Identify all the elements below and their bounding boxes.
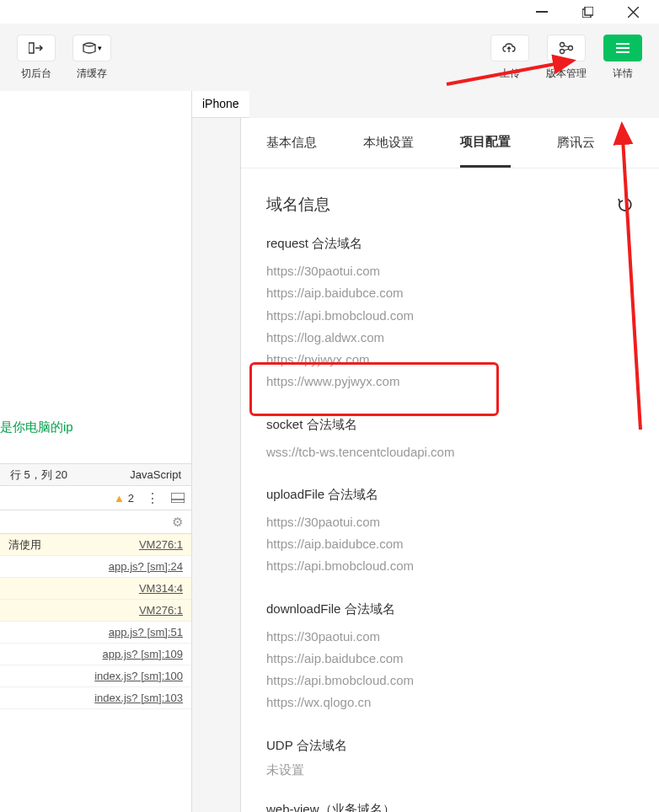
clear-cache-label: 清缓存	[77, 67, 107, 81]
console-row[interactable]: index.js? [sm]:103	[0, 687, 191, 709]
tab-3[interactable]: 腾讯云	[557, 120, 595, 166]
version-button[interactable]	[547, 35, 586, 61]
language-mode[interactable]: JavaScript	[130, 468, 181, 481]
console-row[interactable]: app.js? [sm]:109	[0, 644, 191, 665]
domain-url: https://wx.qlogo.cn	[266, 692, 634, 713]
svg-rect-2	[585, 7, 593, 15]
ip-hint-text: 是你电脑的ip	[0, 419, 73, 435]
panel-icon[interactable]	[171, 493, 185, 503]
domain-url: https://www.pyjwyx.com	[266, 371, 634, 393]
upload-button[interactable]	[490, 35, 529, 61]
gear-icon[interactable]: ⚙	[172, 515, 183, 530]
console-row[interactable]: index.js? [sm]:100	[0, 665, 191, 687]
detail-button[interactable]	[603, 35, 642, 61]
more-icon[interactable]: ⋮	[146, 490, 159, 506]
window-titlebar	[0, 0, 659, 24]
unset-text: 未设置	[266, 762, 634, 778]
section-title: 域名信息	[266, 194, 330, 216]
clear-cache-button[interactable]: ▾	[72, 35, 111, 61]
domain-url: https://aip.baidubce.com	[266, 533, 634, 555]
version-label: 版本管理	[546, 67, 587, 81]
domain-url: https://aip.baidubce.com	[266, 282, 634, 304]
domain-url: https://aip.baidubce.com	[266, 648, 634, 670]
refresh-icon[interactable]	[617, 196, 634, 213]
console-row[interactable]: VM276:1	[0, 600, 191, 622]
domain-url: https://api.bmobcloud.com	[266, 305, 634, 327]
domain-url: wss://tcb-ws.tencentcloudapi.com	[266, 441, 634, 463]
close-button[interactable]	[627, 6, 639, 18]
console-header: ▲2 ⋮	[0, 485, 191, 510]
console-row[interactable]: app.js? [sm]:51	[0, 622, 191, 644]
panel-tabs: 基本信息本地设置项目配置腾讯云	[241, 118, 659, 168]
console-row[interactable]: 清使用VM276:1	[0, 534, 191, 556]
svg-rect-12	[171, 493, 185, 503]
cut-background-button[interactable]	[17, 35, 56, 61]
svg-point-7	[560, 49, 565, 53]
svg-point-8	[569, 45, 573, 50]
console-row[interactable]: VM314:4	[0, 578, 191, 600]
cut-background-label: 切后台	[21, 67, 51, 81]
tab-2[interactable]: 项目配置	[460, 119, 511, 168]
group-title: web-view（业务域名）	[266, 802, 634, 813]
minimize-button[interactable]	[536, 6, 548, 18]
upload-label: 上传	[500, 67, 520, 81]
domain-url: https://30paotui.com	[266, 511, 634, 533]
group-title: request 合法域名	[266, 236, 634, 252]
device-selector[interactable]: iPhone	[192, 91, 249, 118]
domain-url: https://30paotui.com	[266, 626, 634, 648]
editor-panel: iPhone 是你电脑的ip 行 5，列 20 JavaScript ▲2 ⋮ …	[0, 91, 192, 812]
group-title: uploadFile 合法域名	[266, 487, 634, 503]
group-title: socket 合法域名	[266, 417, 634, 433]
svg-rect-0	[536, 11, 548, 13]
cursor-position: 行 5，列 20	[10, 467, 67, 483]
svg-point-6	[560, 42, 565, 46]
console-row[interactable]: app.js? [sm]:24	[0, 556, 191, 578]
status-bar: 行 5，列 20 JavaScript	[0, 463, 191, 485]
warning-badge[interactable]: ▲2	[114, 492, 134, 505]
domain-url: https://api.bmobcloud.com	[266, 670, 634, 692]
domain-url: https://log.aldwx.com	[266, 327, 634, 349]
detail-label: 详情	[613, 67, 633, 81]
group-title: UDP 合法域名	[266, 738, 634, 754]
domain-url: https://30paotui.com	[266, 260, 634, 282]
toolbar: 切后台 ▾ 清缓存 上传 版本管理 详情	[0, 24, 659, 91]
domain-url: https://api.bmobcloud.com	[266, 555, 634, 577]
domain-url: https://pyjwyx.com	[266, 349, 634, 371]
detail-panel: 基本信息本地设置项目配置腾讯云 域名信息 request 合法域名https:/…	[240, 118, 659, 812]
tab-0[interactable]: 基本信息	[266, 120, 317, 166]
group-title: downloadFile 合法域名	[266, 601, 634, 617]
svg-rect-5	[29, 43, 34, 53]
maximize-button[interactable]	[581, 6, 593, 18]
tab-1[interactable]: 本地设置	[363, 120, 414, 166]
console-output: 清使用VM276:1app.js? [sm]:24VM314:4VM276:1a…	[0, 534, 191, 812]
